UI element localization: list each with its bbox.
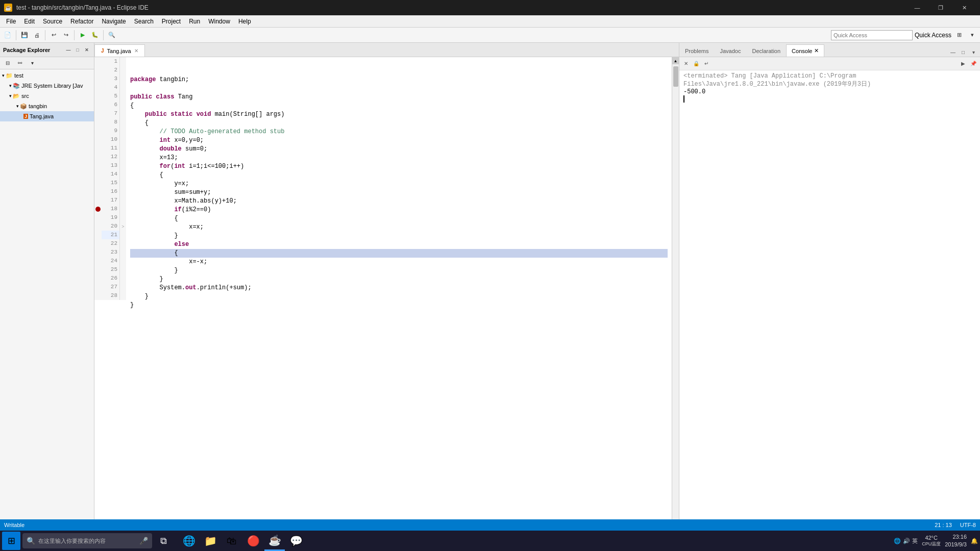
tab-close-tang[interactable]: ✕ [134,48,138,54]
breakpoint-4[interactable] [94,83,102,92]
breakpoint-23[interactable] [94,248,102,257]
scroll-up-button[interactable]: ▲ [672,57,679,64]
link-editor-button[interactable]: ⚯ [14,58,26,69]
tab-console[interactable]: Console ✕ [786,44,824,57]
print-button[interactable]: 🖨 [31,30,42,41]
breakpoint-5[interactable] [94,92,102,101]
menu-edit[interactable]: Edit [20,17,39,26]
tab-declaration[interactable]: Declaration [746,44,786,57]
menu-run[interactable]: Run [185,17,204,26]
gutter-row-5: 5 [94,92,126,101]
gutter-row-16: 16 [94,187,126,196]
tree-item-test[interactable]: ▾ 📁 test [0,70,94,81]
menu-window[interactable]: Window [204,17,234,26]
console-view-btn[interactable]: ▾ [969,47,978,57]
undo-button[interactable]: ↩ [48,30,59,41]
taskbar-search-box[interactable]: 🔍 在这里输入你要搜索的内容 🎤 [22,533,152,548]
breakpoint-17[interactable] [94,196,102,205]
word-wrap-button[interactable]: ↵ [702,59,711,68]
tab-problems[interactable]: Problems [679,44,714,57]
open-console-button[interactable]: ▶ [959,59,968,68]
menu-project[interactable]: Project [158,17,185,26]
close-button[interactable]: ✕ [952,0,976,15]
maximize-button[interactable]: ❐ [929,0,952,15]
code-line-19: } [130,232,668,240]
minimize-button[interactable]: — [905,0,929,15]
redo-button[interactable]: ↪ [60,30,71,41]
breakpoint-27[interactable] [94,283,102,291]
breakpoint-26[interactable] [94,274,102,283]
menu-file[interactable]: File [2,17,20,26]
console-max-btn[interactable]: □ [959,47,968,57]
menu-navigate[interactable]: Navigate [97,17,130,26]
breakpoint-25[interactable] [94,265,102,274]
breakpoint-11[interactable] [94,144,102,153]
breakpoint-15[interactable] [94,179,102,187]
collapse-all-button[interactable]: ⊟ [2,58,13,69]
scroll-thumb-v[interactable] [673,66,678,87]
code-editor[interactable]: package tangbin;public class Tang{ publi… [126,57,672,529]
new-button[interactable]: 📄 [2,30,13,41]
taskbar-app-wechat[interactable]: 💬 [286,531,306,551]
breakpoint-28[interactable] [94,291,102,300]
breakpoint-3[interactable] [94,74,102,83]
breakpoint-18[interactable] [94,205,102,213]
minimize-panel-button[interactable]: — [64,46,72,54]
taskbar-app-chrome[interactable]: 🔴 [243,531,263,551]
console-min-btn[interactable]: — [948,47,958,57]
editor-tab-tang[interactable]: J Tang.java ✕ [94,44,145,57]
breakpoint-14[interactable] [94,170,102,179]
close-panel-button[interactable]: ✕ [83,46,91,54]
debug-button[interactable]: 🐛 [89,30,101,41]
pin-console-button[interactable]: 📌 [969,59,978,68]
console-tab-buttons: — □ ▾ [946,47,980,57]
code-text: x=x; [130,223,204,232]
breakpoint-2[interactable] [94,66,102,74]
breakpoint-9[interactable] [94,127,102,135]
breakpoint-1[interactable] [94,57,102,66]
menu-source[interactable]: Source [39,17,66,26]
tree-item-src[interactable]: ▾ 📂 src [0,91,94,101]
view-menu-pe-button[interactable]: ▾ [27,58,38,69]
save-button[interactable]: 💾 [19,30,30,41]
console-tab-close[interactable]: ✕ [814,47,819,54]
view-menu-button[interactable]: ▾ [967,30,978,41]
breakpoint-12[interactable] [94,153,102,161]
breakpoint-13[interactable] [94,161,102,170]
run-button[interactable]: ▶ [77,30,88,41]
tree-item-tangbin[interactable]: ▾ 📦 tangbin [0,101,94,111]
breakpoint-22[interactable] [94,239,102,248]
start-button[interactable]: ⊞ [2,532,20,550]
clear-console-button[interactable]: ✕ [681,59,691,68]
taskbar-app-edge[interactable]: 🌐 [179,531,199,551]
breakpoint-21[interactable] [94,231,102,239]
breakpoint-7[interactable] [94,109,102,118]
tree-item-tangjava[interactable]: J Tang.java [0,111,94,121]
tab-javadoc[interactable]: Javadoc [714,44,746,57]
quick-access-input[interactable] [831,30,913,40]
tab-icon-tang: J [101,48,104,54]
menu-search[interactable]: Search [130,17,158,26]
tree-item-jre[interactable]: ▾ 📚 JRE System Library [Jav [0,81,94,91]
breakpoint-10[interactable] [94,135,102,144]
gutter-row-25: 25 [94,265,126,274]
taskbar-app-store[interactable]: 🛍 [222,531,242,551]
breakpoint-16[interactable] [94,187,102,196]
menu-refactor[interactable]: Refactor [66,17,97,26]
breakpoint-19[interactable] [94,213,102,222]
menu-help[interactable]: Help [234,17,255,26]
taskbar-app-eclipse[interactable]: ☕ [264,531,285,551]
search-button[interactable]: 🔍 [106,30,117,41]
vertical-scrollbar[interactable]: ▲ ▼ [672,57,679,529]
taskbar-app-explorer[interactable]: 📁 [200,531,220,551]
breakpoint-24[interactable] [94,257,102,265]
perspective-button[interactable]: ⊞ [953,30,965,41]
scroll-lock-button[interactable]: 🔒 [692,59,701,68]
breakpoint-8[interactable] [94,118,102,127]
breakpoint-20[interactable] [94,222,102,231]
notification-icon[interactable]: 🔔 [971,538,978,544]
maximize-panel-button[interactable]: □ [74,46,82,54]
task-view-button[interactable]: ⧉ [154,532,173,550]
console-content[interactable]: <terminated> Tang [Java Application] C:\… [679,70,980,536]
breakpoint-6[interactable] [94,101,102,109]
